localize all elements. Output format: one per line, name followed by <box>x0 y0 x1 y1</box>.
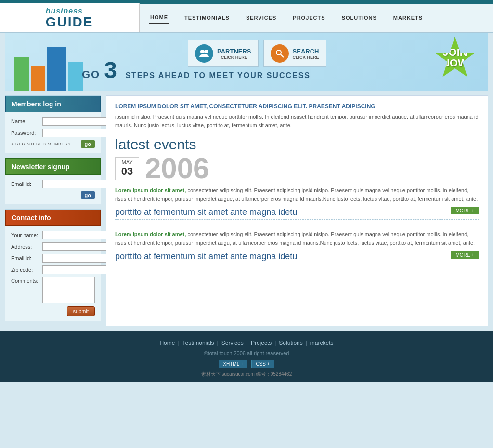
your-name-label: Your name: <box>11 232 42 238</box>
more-button-1[interactable]: MORE + <box>451 207 479 214</box>
svg-line-3 <box>281 54 284 57</box>
logo: business GUIDE <box>46 7 93 29</box>
search-label: SEARCH <box>293 48 319 55</box>
newsletter-title: Newsletter signup <box>12 163 70 171</box>
footer: Home | Testimonials | Services | Project… <box>0 331 493 382</box>
badge-css: CSS + <box>251 360 274 368</box>
nav-markets[interactable]: MARKETS <box>392 13 424 23</box>
event1-bold: Lorem ipsum dolor sit amet, <box>115 187 186 193</box>
comments-row: Comments: <box>11 277 95 303</box>
your-name-input[interactable] <box>42 231 107 239</box>
password-label: Password: <box>11 130 42 136</box>
join-now-badge[interactable]: JOIN NOW <box>434 37 476 79</box>
zip-label: Zip code: <box>11 267 42 273</box>
contact-email-input[interactable] <box>42 254 107 263</box>
footer-projects[interactable]: Projects <box>251 340 272 346</box>
event-block-1: Lorem ipsum dolor sit amet, consectetuer… <box>115 186 479 222</box>
members-body: Name: Password: A REGISTERED MEMBER? go <box>5 112 101 153</box>
bar-green <box>14 57 29 91</box>
registered-row: A REGISTERED MEMBER? go <box>11 140 95 148</box>
password-row: Password: <box>11 129 95 137</box>
partners-sub: CLICK HERE <box>217 55 251 60</box>
name-row: Name: <box>11 117 95 126</box>
sep-3: | <box>246 340 248 346</box>
bar-blue <box>47 47 66 91</box>
banner-center-buttons: PARTNERS CLICK HERE SEARCH CLICK HERE <box>188 40 326 67</box>
content-intro: ipsum id nislpo. Praesent quis magna vel… <box>115 113 479 130</box>
svg-point-1 <box>204 50 208 53</box>
more-button-2[interactable]: MORE + <box>451 251 479 259</box>
submit-button[interactable]: submit <box>67 306 95 316</box>
contact-section: Contact info Your name: Address: Email i… <box>5 209 101 321</box>
search-sub: CLICK HERE <box>293 55 319 60</box>
date-block: MAY 03 2006 <box>115 156 479 182</box>
footer-copyright: ©total touch 2006 all right reaserved <box>5 350 488 356</box>
comments-label: Comments: <box>11 278 42 284</box>
nav-solutions[interactable]: SOLUTIONS <box>341 13 378 23</box>
partners-text: PARTNERS CLICK HERE <box>217 48 251 60</box>
main-content: LOREM IPSUM DOLOR SIT AMET, CONSECTETUER… <box>106 95 488 326</box>
banner-go: GO <box>82 68 100 80</box>
zip-row: Zip code: <box>11 265 95 274</box>
svg-point-2 <box>276 50 281 55</box>
join-text: JOIN NOW <box>442 47 468 68</box>
members-login-section: Members log in Name: Password: A REGISTE… <box>5 95 101 153</box>
bar-lightblue <box>68 62 83 91</box>
nav-projects[interactable]: PROJECTS <box>292 13 326 23</box>
date-box: MAY 03 <box>115 157 139 180</box>
password-input[interactable] <box>42 129 107 137</box>
footer-badges: XHTML + CSS + <box>5 360 488 368</box>
search-text: SEARCH CLICK HERE <box>293 48 319 60</box>
nav-services[interactable]: SERVICES <box>245 13 277 23</box>
address-label: Address: <box>11 244 42 250</box>
events-title: latest events <box>115 136 479 153</box>
registered-text: A REGISTERED MEMBER? <box>11 142 71 146</box>
date-day: 03 <box>120 165 134 178</box>
address-input[interactable] <box>42 242 107 251</box>
members-go-button[interactable]: go <box>81 140 95 148</box>
contact-email-label: Email id: <box>11 255 42 261</box>
sep-1: | <box>178 340 179 346</box>
name-input[interactable] <box>42 117 107 126</box>
address-row: Address: <box>11 242 95 251</box>
event1-link-row: MORE + porttito at fermentum sit amet an… <box>115 207 479 220</box>
logo-business: business <box>46 7 83 15</box>
footer-services[interactable]: Services <box>221 340 244 346</box>
nav-home[interactable]: HOME <box>149 12 169 24</box>
sep-2: | <box>217 340 219 346</box>
newsletter-header: Newsletter signup <box>5 158 101 175</box>
name-label: Name: <box>11 119 42 124</box>
partners-label: PARTNERS <box>217 48 251 55</box>
search-button[interactable]: SEARCH CLICK HERE <box>263 40 326 67</box>
event2-link-row: MORE + porttito at fermentum sit amet an… <box>115 251 479 264</box>
footer-solutions[interactable]: Solutions <box>279 340 302 346</box>
partners-button[interactable]: PARTNERS CLICK HERE <box>188 40 259 67</box>
footer-home[interactable]: Home <box>159 340 175 346</box>
newsletter-go-row: go <box>11 191 95 199</box>
footer-markets[interactable]: marckets <box>310 340 334 346</box>
event1-link: porttito at fermentum sit amet ante magn… <box>115 207 479 220</box>
comments-textarea[interactable] <box>42 277 95 303</box>
footer-testimonials[interactable]: Testimonials <box>182 340 214 346</box>
newsletter-go-button[interactable]: go <box>81 191 95 199</box>
join-star-shape: JOIN NOW <box>434 37 476 79</box>
event2-bold: Lorem ipsum dolor sit amet, <box>115 231 186 237</box>
members-title: Members log in <box>12 100 61 108</box>
logo-guide: GUIDE <box>46 15 93 29</box>
banner: GO 3 STEPS AHEAD TO MEET YOUR SUCCESS PA… <box>5 33 488 91</box>
zip-input[interactable] <box>42 265 107 274</box>
banner-shapes <box>14 47 83 91</box>
contact-title: Contact info <box>12 214 51 222</box>
search-icon <box>271 44 289 63</box>
sep-5: | <box>306 340 307 346</box>
partners-icon <box>195 44 213 63</box>
footer-nav: Home | Testimonials | Services | Project… <box>5 340 488 346</box>
date-year: 2006 <box>145 156 209 182</box>
contact-body: Your name: Address: Email id: Zip code: … <box>5 226 101 321</box>
newsletter-email-input[interactable] <box>42 180 107 188</box>
your-name-row: Your name: <box>11 231 95 239</box>
newsletter-section: Newsletter signup Email id: go <box>5 158 101 204</box>
event1-text: Lorem ipsum dolor sit amet, consectetuer… <box>115 186 479 203</box>
nav-testimonials[interactable]: TESTIMONIALS <box>183 13 231 23</box>
main-wrapper: Members log in Name: Password: A REGISTE… <box>5 95 488 326</box>
